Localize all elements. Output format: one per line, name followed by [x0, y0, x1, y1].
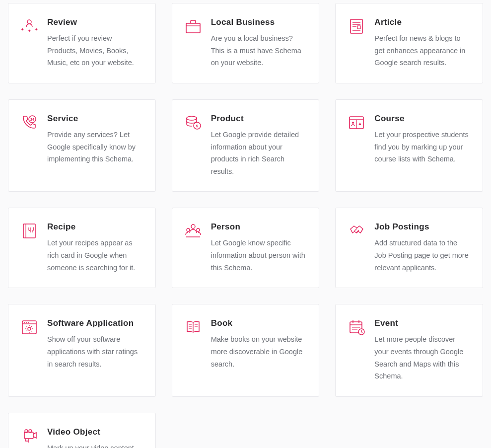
card-description: Let Google provide detailed information …: [211, 129, 306, 178]
card-title: Service: [47, 114, 142, 124]
card-body: PersonLet Google know specific informati…: [211, 222, 306, 274]
video-icon: [20, 427, 38, 445]
gear-window-icon: [20, 318, 38, 336]
schema-card[interactable]: Software ApplicationShow off your softwa…: [8, 304, 156, 397]
card-description: Add structured data to the Job Posting p…: [374, 237, 470, 274]
card-title: Recipe: [47, 222, 142, 232]
card-body: Video ObjectMark up your video content w…: [47, 427, 142, 448]
card-body: Job PostingsAdd structured data to the J…: [374, 222, 470, 274]
schema-card[interactable]: ArticlePerfect for news & blogs to get e…: [335, 3, 483, 83]
schema-card[interactable]: BookMake books on your website more disc…: [172, 304, 320, 397]
card-body: ServiceProvide any services? Let Google …: [47, 114, 142, 165]
schema-card[interactable]: Local BusinessAre you a local business? …: [172, 3, 320, 83]
card-title: Article: [374, 17, 470, 27]
card-description: Let Google know specific information abo…: [211, 237, 306, 274]
card-title: Person: [211, 222, 306, 232]
card-description: Show off your software applications with…: [47, 333, 142, 370]
card-body: ArticlePerfect for news & blogs to get e…: [374, 17, 470, 69]
card-title: Book: [211, 318, 306, 328]
people-icon: [184, 222, 202, 240]
card-title: Review: [47, 17, 142, 27]
card-title: Event: [374, 318, 470, 328]
review-icon: [20, 17, 38, 35]
card-description: Provide any services? Let Google specifi…: [47, 129, 142, 165]
article-icon: [348, 17, 365, 35]
schema-card[interactable]: Job PostingsAdd structured data to the J…: [335, 208, 483, 288]
card-description: Let more people discover your events thr…: [374, 333, 470, 382]
schema-cards-grid: ReviewPerfect if you review Products, Mo…: [8, 3, 483, 448]
card-description: Mark up your video content with structur…: [47, 442, 142, 448]
card-body: Local BusinessAre you a local business? …: [211, 17, 306, 69]
schema-card[interactable]: Video ObjectMark up your video content w…: [8, 413, 156, 448]
card-body: RecipeLet your recipes appear as rich ca…: [47, 222, 142, 274]
card-body: ProductLet Google provide detailed infor…: [211, 114, 306, 178]
card-title: Course: [374, 114, 470, 124]
course-icon: [348, 114, 365, 132]
card-body: Software ApplicationShow off your softwa…: [47, 318, 142, 370]
card-body: CourseLet your prospective students find…: [374, 114, 470, 165]
card-description: Perfect for news & blogs to get enhances…: [374, 32, 470, 69]
recipe-icon: [20, 222, 38, 240]
schema-card[interactable]: PersonLet Google know specific informati…: [172, 208, 320, 288]
card-description: Let your recipes appear as rich card in …: [47, 237, 142, 274]
card-description: Let your prospective students find you b…: [374, 129, 470, 165]
card-body: BookMake books on your website more disc…: [211, 318, 306, 370]
card-title: Software Application: [47, 318, 142, 328]
card-body: EventLet more people discover your event…: [374, 318, 470, 382]
coins-icon: [184, 114, 202, 132]
card-body: ReviewPerfect if you review Products, Mo…: [47, 17, 142, 69]
phone-24-icon: [20, 114, 38, 132]
handshake-icon: [348, 222, 365, 240]
card-description: Are you a local business? This is a must…: [211, 32, 306, 69]
briefcase-icon: [184, 17, 202, 35]
schema-card[interactable]: RecipeLet your recipes appear as rich ca…: [8, 208, 156, 288]
card-title: Video Object: [47, 427, 142, 437]
schema-card[interactable]: ReviewPerfect if you review Products, Mo…: [8, 3, 156, 83]
card-description: Make books on your website more discover…: [211, 333, 306, 370]
card-title: Product: [211, 114, 306, 124]
schema-card[interactable]: EventLet more people discover your event…: [335, 304, 483, 397]
card-title: Local Business: [211, 17, 306, 27]
book-icon: [184, 318, 202, 336]
card-description: Perfect if you review Products, Movies, …: [47, 32, 142, 69]
card-title: Job Postings: [374, 222, 470, 232]
schema-card[interactable]: ProductLet Google provide detailed infor…: [172, 99, 320, 192]
schema-card[interactable]: CourseLet your prospective students find…: [335, 99, 483, 192]
schema-card[interactable]: ServiceProvide any services? Let Google …: [8, 99, 156, 192]
calendar-icon: [348, 318, 365, 336]
